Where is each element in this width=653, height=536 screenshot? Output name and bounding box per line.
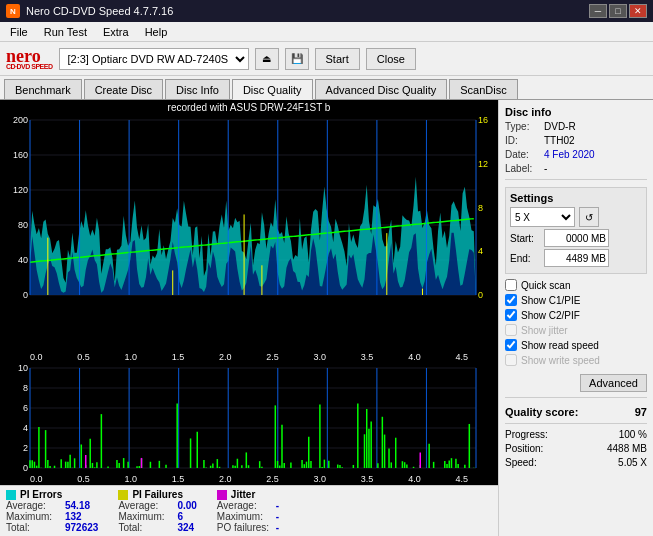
save-button[interactable]: 💾 (285, 48, 309, 70)
bx-label-8: 4.0 (408, 474, 421, 484)
show-write-speed-label: Show write speed (521, 355, 600, 366)
disc-id-label: ID: (505, 135, 540, 146)
pi-failures-max-label: Maximum: (118, 511, 173, 522)
close-button[interactable]: ✕ (629, 4, 647, 18)
toolbar: nero CD·DVD SPEED [2:3] Optiarc DVD RW A… (0, 42, 653, 76)
pi-failures-total-label: Total: (118, 522, 173, 533)
top-chart-wrapper (0, 115, 498, 351)
quality-row: Quality score: 97 (505, 406, 647, 418)
menu-run-test[interactable]: Run Test (38, 25, 93, 39)
bottom-x-axis: 0.0 0.5 1.0 1.5 2.0 2.5 3.0 3.5 4.0 4.5 (0, 473, 498, 485)
eject-button[interactable]: ⏏ (255, 48, 279, 70)
jitter-title: Jitter (231, 489, 255, 500)
x-label-8: 4.0 (408, 352, 421, 362)
disc-label-row: Label: - (505, 163, 647, 174)
pi-failures-color (118, 490, 128, 500)
show-c2-pif-row: Show C2/PIF (505, 309, 647, 321)
pi-failures-total-value: 324 (177, 522, 194, 533)
show-jitter-label: Show jitter (521, 325, 568, 336)
disc-type-label: Type: (505, 121, 540, 132)
end-input[interactable] (544, 249, 609, 267)
divider-1 (505, 179, 647, 180)
menu-extra[interactable]: Extra (97, 25, 135, 39)
position-row: Position: 4488 MB (505, 443, 647, 454)
disc-type-value: DVD-R (544, 121, 576, 132)
tab-scandisc[interactable]: ScanDisc (449, 79, 517, 99)
start-button[interactable]: Start (315, 48, 360, 70)
quick-scan-row: Quick scan (505, 279, 647, 291)
title-bar-controls: ─ □ ✕ (589, 4, 647, 18)
show-c2-pif-label: Show C2/PIF (521, 310, 580, 321)
disc-label-label: Label: (505, 163, 540, 174)
pi-failures-avg-label: Average: (118, 500, 173, 511)
title-bar: N Nero CD-DVD Speed 4.7.7.16 ─ □ ✕ (0, 0, 653, 22)
disc-label-value: - (544, 163, 547, 174)
tab-disc-info[interactable]: Disc Info (165, 79, 230, 99)
show-read-speed-row: Show read speed (505, 339, 647, 351)
speed-label: Speed: (505, 457, 537, 468)
show-c2-pif-checkbox[interactable] (505, 309, 517, 321)
progress-label: Progress: (505, 429, 548, 440)
divider-3 (505, 423, 647, 424)
x-label-9: 4.5 (455, 352, 468, 362)
bx-label-4: 2.0 (219, 474, 232, 484)
divider-2 (505, 397, 647, 398)
menu-file[interactable]: File (4, 25, 34, 39)
legend-pi-errors: PI Errors Average: 54.18 Maximum: 132 To… (6, 489, 98, 533)
menu-bar: File Run Test Extra Help (0, 22, 653, 42)
bx-label-0: 0.0 (30, 474, 43, 484)
show-jitter-checkbox[interactable] (505, 324, 517, 336)
bx-label-3: 1.5 (172, 474, 185, 484)
pi-errors-color (6, 490, 16, 500)
tabs: Benchmark Create Disc Disc Info Disc Qua… (0, 76, 653, 100)
x-label-1: 0.5 (77, 352, 90, 362)
legend-area: PI Errors Average: 54.18 Maximum: 132 To… (0, 485, 498, 536)
jitter-avg-value: - (276, 500, 279, 511)
bottom-chart-canvas (0, 363, 498, 473)
advanced-button[interactable]: Advanced (580, 374, 647, 392)
bx-label-5: 2.5 (266, 474, 279, 484)
speed-setting-row: 5 X ↺ (510, 207, 642, 227)
main-content: recorded with ASUS DRW-24F1ST b 0.0 0.5 … (0, 100, 653, 536)
position-value: 4488 MB (607, 443, 647, 454)
speed-select[interactable]: 5 X (510, 207, 575, 227)
drive-select[interactable]: [2:3] Optiarc DVD RW AD-7240S 1.04 (59, 48, 249, 70)
pi-failures-avg-value: 0.00 (177, 500, 196, 511)
maximize-button[interactable]: □ (609, 4, 627, 18)
position-label: Position: (505, 443, 543, 454)
pi-errors-total-label: Total: (6, 522, 61, 533)
minimize-button[interactable]: ─ (589, 4, 607, 18)
pi-errors-max-label: Maximum: (6, 511, 61, 522)
pi-errors-avg-label: Average: (6, 500, 61, 511)
pi-errors-title: PI Errors (20, 489, 62, 500)
legend-jitter: Jitter Average: - Maximum: - PO failures… (217, 489, 279, 533)
start-label: Start: (510, 233, 540, 244)
refresh-button[interactable]: ↺ (579, 207, 599, 227)
close-toolbar-button[interactable]: Close (366, 48, 416, 70)
chart-header: recorded with ASUS DRW-24F1ST b (0, 100, 498, 115)
x-label-7: 3.5 (361, 352, 374, 362)
start-input[interactable]: 0000 MB (544, 229, 609, 247)
nero-logo-sub: CD·DVD SPEED (6, 63, 53, 70)
tab-disc-quality[interactable]: Disc Quality (232, 79, 313, 100)
tab-benchmark[interactable]: Benchmark (4, 79, 82, 99)
bx-label-9: 4.5 (455, 474, 468, 484)
bx-label-6: 3.0 (314, 474, 327, 484)
pi-errors-avg-value: 54.18 (65, 500, 90, 511)
tab-advanced-disc-quality[interactable]: Advanced Disc Quality (315, 79, 448, 99)
progress-row: Progress: 100 % (505, 429, 647, 440)
quick-scan-checkbox[interactable] (505, 279, 517, 291)
show-write-speed-checkbox[interactable] (505, 354, 517, 366)
pi-errors-total-value: 972623 (65, 522, 98, 533)
speed-row: Speed: 5.05 X (505, 457, 647, 468)
bx-label-2: 1.0 (125, 474, 138, 484)
disc-id-value: TTH02 (544, 135, 575, 146)
bx-label-7: 3.5 (361, 474, 374, 484)
show-c1-pie-label: Show C1/PIE (521, 295, 580, 306)
tab-create-disc[interactable]: Create Disc (84, 79, 163, 99)
show-c1-pie-checkbox[interactable] (505, 294, 517, 306)
show-read-speed-checkbox[interactable] (505, 339, 517, 351)
disc-info-title: Disc info (505, 106, 647, 118)
legend-pi-failures: PI Failures Average: 0.00 Maximum: 6 Tot… (118, 489, 196, 533)
menu-help[interactable]: Help (139, 25, 174, 39)
